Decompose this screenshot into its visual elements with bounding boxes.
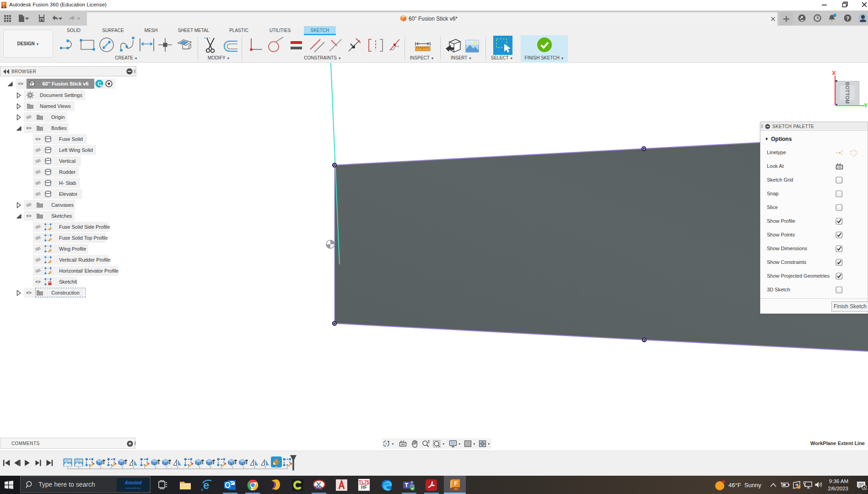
svg-text:360: 360 <box>454 488 458 490</box>
svg-text:4: 4 <box>863 486 866 490</box>
svg-text:F: F <box>454 480 458 487</box>
svg-text:HF: HF <box>361 485 367 490</box>
svg-text:TL75: TL75 <box>359 480 370 485</box>
svg-text:?: ? <box>846 16 849 21</box>
